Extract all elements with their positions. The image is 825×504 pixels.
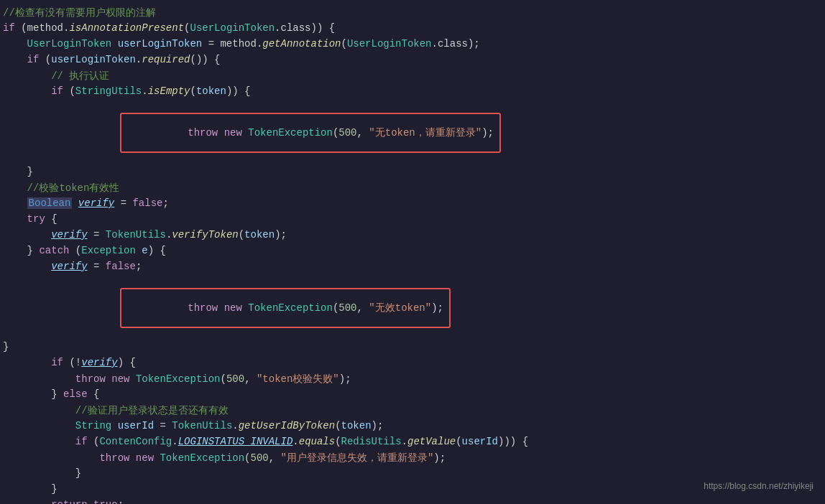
- code-wrapper: //检查有没有需要用户权限的注解 if (method.isAnnotation…: [0, 6, 825, 498]
- code-line-14: verify = false;: [0, 260, 825, 276]
- code-line-3: UserLoginToken userLoginToken = method.g…: [0, 37, 825, 53]
- code-line-26: return true;: [0, 498, 825, 504]
- code-line-16: }: [0, 340, 825, 356]
- code-line-22: if (ContenConfig.LOGINSTATUS_INVALID.equ…: [0, 435, 825, 451]
- code-line-4: if (userLoginToken.required()) {: [0, 53, 825, 69]
- code-line-23: throw new TokenException(500, "用户登录信息失效，…: [0, 451, 825, 467]
- code-line-1: //检查有没有需要用户权限的注解: [0, 6, 825, 22]
- code-line-9: //校验token有效性: [0, 181, 825, 197]
- code-editor: //检查有没有需要用户权限的注解 if (method.isAnnotation…: [0, 0, 825, 504]
- code-line-20: //验证用户登录状态是否还有有效: [0, 403, 825, 419]
- code-line-24: }: [0, 467, 825, 482]
- code-line-2: if (method.isAnnotationPresent(UserLogin…: [0, 22, 825, 37]
- code-line-19: } else {: [0, 388, 825, 403]
- watermark: https://blog.csdn.net/zhiyikeji: [704, 481, 814, 491]
- code-line-18: throw new TokenException(500, "token校验失败…: [0, 372, 825, 388]
- code-line-12: verify = TokenUtils.verifyToken(token);: [0, 228, 825, 244]
- code-line-7-highlighted: throw new TokenException(500, "无token，请重…: [0, 101, 825, 165]
- code-line-15-highlighted: throw new TokenException(500, "无效token")…: [0, 276, 825, 340]
- code-line-21: String userId = TokenUtils.getUserIdByTo…: [0, 419, 825, 435]
- code-line-25: }: [0, 482, 825, 498]
- code-line-13: } catch (Exception e) {: [0, 244, 825, 260]
- code-line-8: }: [0, 165, 825, 181]
- code-line-10: Boolean verify = false;: [0, 197, 825, 213]
- code-line-11: try {: [0, 213, 825, 228]
- code-line-5: // 执行认证: [0, 69, 825, 85]
- code-line-17: if (!verify) {: [0, 356, 825, 372]
- code-line-6: if (StringUtils.isEmpty(token)) {: [0, 85, 825, 101]
